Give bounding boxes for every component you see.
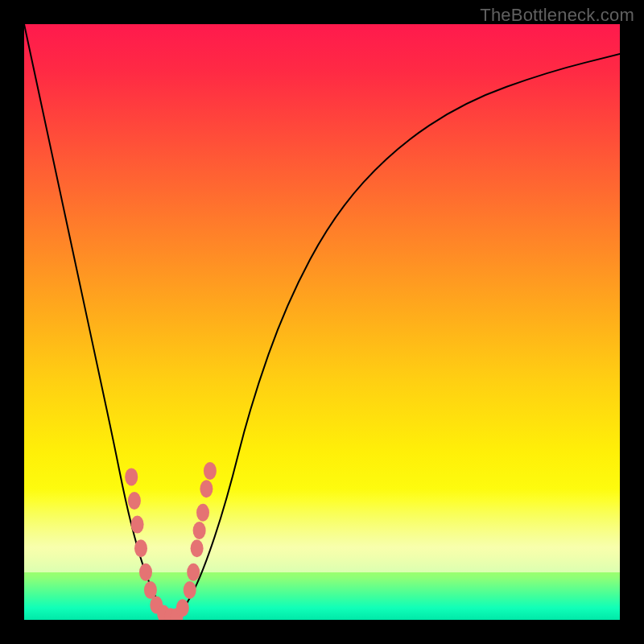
- data-point-marker: [128, 492, 141, 510]
- data-point-marker: [125, 468, 138, 485]
- watermark-text: TheBottleneck.com: [480, 5, 634, 26]
- data-point-marker: [134, 539, 147, 557]
- data-point-marker: [131, 516, 144, 534]
- data-point-marker: [184, 581, 196, 599]
- chart-svg: [24, 24, 620, 620]
- data-point-marker: [144, 581, 157, 599]
- data-point-marker: [196, 504, 209, 522]
- data-point-marker: [200, 480, 213, 497]
- bottleneck-curve: [24, 24, 620, 617]
- data-point-marker: [187, 564, 200, 581]
- data-point-marker: [193, 522, 206, 539]
- data-point-marker: [191, 539, 204, 557]
- marker-group: [125, 462, 217, 620]
- chart-frame: TheBottleneck.com: [0, 0, 644, 644]
- data-point-marker: [176, 599, 189, 617]
- data-point-marker: [204, 462, 217, 480]
- plot-area: [24, 24, 620, 620]
- data-point-marker: [139, 564, 152, 581]
